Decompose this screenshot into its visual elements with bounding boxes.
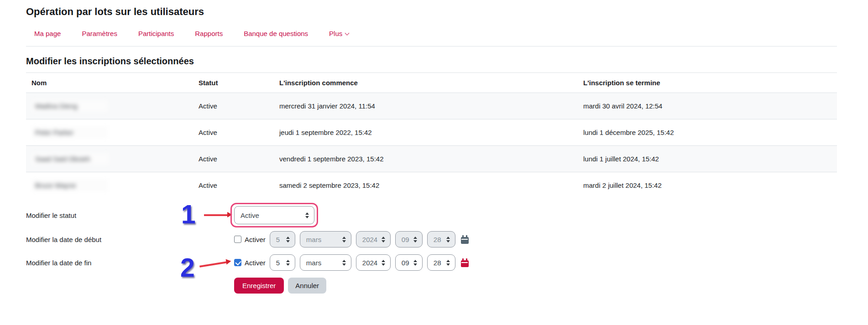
start-date-cell: samedi 2 septembre 2023, 15:42 [274,172,578,199]
column-header-statut: Statut [193,73,274,93]
end-minute-select[interactable]: 28 [427,254,455,271]
end-date-enable-label: Activer [245,259,266,267]
select-updown-icon [382,237,385,242]
user-name-blurred: Madina Dieng [31,100,108,112]
start-date-field-label: Modifier la date de début [26,236,234,243]
table-row: Peter Parker Active jeudi 1 septembre 20… [26,119,837,146]
start-hour-select[interactable]: 09 [395,231,423,248]
status-cell: Active [193,146,274,172]
start-date-enable-checkbox[interactable] [234,236,241,243]
status-cell: Active [193,172,274,199]
end-date-cell: mardi 30 avril 2024, 12:54 [578,93,837,119]
column-header-inscription-se-termine: L'inscription se termine [578,73,837,93]
status-select[interactable]: Active [234,206,314,224]
user-name-blurred: Peter Parker [31,126,108,139]
nav-item-parametres[interactable]: Paramètres [78,30,121,37]
status-select-value: Active [241,212,259,219]
status-field-row: Modifier le statut 1 Active [26,206,837,224]
cancel-button[interactable]: Annuler [288,278,326,294]
end-year-select[interactable]: 2024 [356,254,391,271]
select-updown-icon [446,260,450,266]
start-month-select[interactable]: mars [300,231,351,248]
nav-item-participants[interactable]: Participants [135,30,178,37]
calendar-icon[interactable] [461,237,469,244]
status-cell: Active [193,93,274,119]
start-date-enable-label: Activer [245,236,266,243]
select-updown-icon [342,260,346,266]
end-hour-select[interactable]: 09 [395,254,423,271]
start-day-select[interactable]: 5 [270,231,295,248]
end-day-select[interactable]: 5 [270,254,295,271]
nav-item-ma-page[interactable]: Ma page [31,30,64,37]
nav-plus-label: Plus [329,30,342,37]
page-title: Opération par lots sur les utilisateurs [26,0,837,18]
select-updown-icon [286,237,290,242]
end-date-cell: lundi 1 décembre 2025, 15:42 [578,119,837,146]
user-name-blurred: Saad Said Obsieh [31,153,110,165]
select-updown-icon [382,260,385,266]
end-date-enable-checkbox[interactable] [234,259,241,266]
start-minute-select[interactable]: 28 [427,231,455,248]
nav-item-rapports[interactable]: Rapports [191,30,226,37]
table-row: Saad Said Obsieh Active vendredi 1 septe… [26,146,837,172]
select-updown-icon [305,212,309,218]
calendar-icon[interactable] [461,260,469,267]
select-updown-icon [446,237,450,242]
form-actions-row: Enregistrer Annuler [26,278,837,294]
select-updown-icon [413,237,417,242]
status-field-label: Modifier le statut [26,212,234,219]
start-date-cell: mercredi 31 janvier 2024, 11:54 [274,93,578,119]
select-updown-icon [286,260,290,266]
selected-enrolments-table: Nom Statut L'inscription commence L'insc… [26,72,837,198]
end-date-cell: mardi 2 juillet 2024, 15:42 [578,172,837,199]
course-navigation-tabs: Ma page Paramètres Participants Rapports… [26,30,837,46]
start-year-select[interactable]: 2024 [356,231,391,248]
end-date-field-row: Modifier la date de fin 2 Activer 5 mars… [26,254,837,271]
start-date-field-row: Modifier la date de début Activer 5 mars… [26,231,837,248]
status-cell: Active [193,119,274,146]
save-button[interactable]: Enregistrer [234,278,284,294]
end-month-select[interactable]: mars [300,254,351,271]
nav-item-plus[interactable]: Plus [325,30,352,37]
select-updown-icon [342,237,346,242]
start-date-cell: jeudi 1 septembre 2022, 15:42 [274,119,578,146]
nav-item-banque-de-questions[interactable]: Banque de questions [240,30,312,37]
chevron-down-icon [345,31,350,36]
column-header-nom: Nom [26,73,193,93]
column-header-inscription-commence: L'inscription commence [274,73,578,93]
end-date-cell: lundi 1 juillet 2024, 15:42 [578,146,837,172]
table-header-row: Nom Statut L'inscription commence L'insc… [26,73,837,93]
start-date-cell: vendredi 1 septembre 2023, 15:42 [274,146,578,172]
bulk-user-operation-page: Opération par lots sur les utilisateurs … [0,0,868,294]
table-row: Madina Dieng Active mercredi 31 janvier … [26,93,837,119]
section-heading: Modifier les inscriptions sélectionnées [26,56,837,67]
bulk-edit-form: Modifier le statut 1 Active Modifier la … [26,206,837,294]
end-date-field-label: Modifier la date de fin [26,259,234,267]
select-updown-icon [413,260,417,266]
table-row: Bruce Wayne Active samedi 2 septembre 20… [26,172,837,199]
user-name-blurred: Bruce Wayne [31,179,108,191]
